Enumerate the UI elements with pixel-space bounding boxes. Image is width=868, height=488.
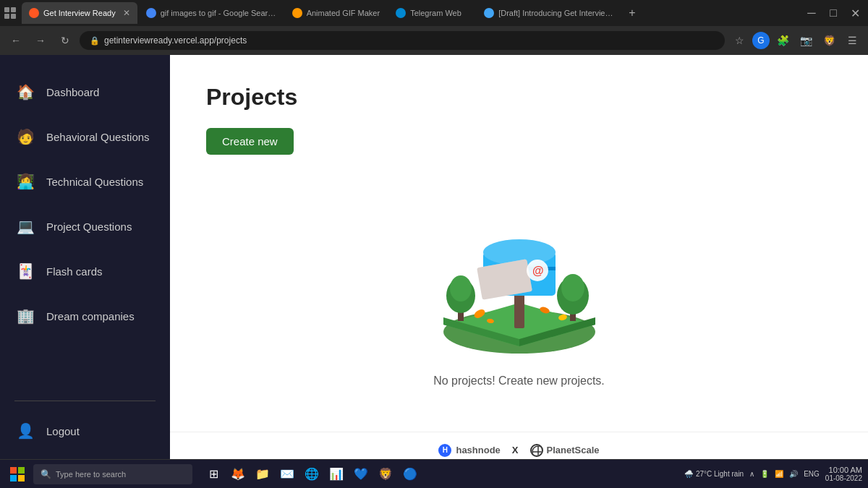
profile-icon[interactable]: G <box>752 32 770 49</box>
sidebar-label-dream: Dream companies <box>46 310 135 322</box>
forward-button[interactable]: → <box>30 30 51 51</box>
planetscale-icon <box>530 444 543 457</box>
main-content: Projects Create new <box>170 55 868 432</box>
taskbar-icon-firefox[interactable]: 🦊 <box>227 463 249 485</box>
tab3-favicon <box>292 8 302 18</box>
search-icon: 🔍 <box>41 469 51 479</box>
taskbar-icon-task-view[interactable]: ⊞ <box>203 463 224 485</box>
sidebar-label-logout: Logout <box>46 425 80 437</box>
page-title: Projects <box>206 84 832 111</box>
search-text: Type here to search <box>56 470 126 479</box>
refresh-button[interactable]: ↻ <box>55 30 75 51</box>
hashnode-text: hashnode <box>456 445 500 455</box>
taskbar-icon-files[interactable]: 📁 <box>252 463 273 485</box>
svg-rect-31 <box>18 467 25 474</box>
tab-bar: Get Interview Ready ✕ gif images to gif … <box>0 0 868 26</box>
sidebar-item-dream[interactable]: 🏢 Dream companies <box>0 294 170 338</box>
sidebar-item-flashcards[interactable]: 🃏 Flash cards <box>0 249 170 294</box>
minimize-button[interactable]: ─ <box>801 3 822 23</box>
weather-icon: 🌧️ <box>684 470 693 478</box>
back-button[interactable]: ← <box>6 30 26 51</box>
battery-icon: 🔋 <box>760 470 769 478</box>
tab-draft[interactable]: [Draft] Introducing Get Interview Rea… <box>477 2 621 24</box>
create-new-button[interactable]: Create new <box>206 128 294 155</box>
svg-point-10 <box>450 275 472 301</box>
windows-start-button[interactable] <box>6 463 29 486</box>
project-icon: 💻 <box>14 215 36 237</box>
tab-animated-gif[interactable]: Animated GIF Maker <box>285 2 387 24</box>
behavioral-icon: 🧑 <box>14 126 36 147</box>
wifi-icon: 📶 <box>775 470 783 478</box>
dream-icon: 🏢 <box>14 305 36 327</box>
address-bar: ← → ↻ 🔒 getinterviewready.vercel.app/pro… <box>0 26 868 55</box>
empty-state-illustration: @ <box>418 198 621 357</box>
sidebar-item-dashboard[interactable]: 🏠 Dashboard <box>0 69 170 114</box>
sidebar-label-behavioral: Behavioral Questions <box>46 131 150 143</box>
weather-display: 🌧️ 27°C Light rain <box>684 470 744 478</box>
svg-rect-3 <box>11 14 16 19</box>
flashcards-icon: 🃏 <box>14 260 36 282</box>
svg-rect-32 <box>10 475 17 481</box>
address-input[interactable]: 🔒 getinterviewready.vercel.app/projects <box>80 31 725 50</box>
taskbar-icon-vscode[interactable]: 💙 <box>350 463 372 485</box>
logout-icon: 👤 <box>14 420 36 442</box>
tab1-close[interactable]: ✕ <box>123 8 130 18</box>
sidebar-item-project[interactable]: 💻 Project Questions <box>0 204 170 249</box>
tab1-title: Get Interview Ready <box>43 9 116 17</box>
sidebar-label-technical: Technical Questions <box>46 176 143 188</box>
tab4-favicon <box>396 8 406 18</box>
taskbar-icon-mail[interactable]: ✉️ <box>276 463 298 485</box>
taskbar-system-tray: 🌧️ 27°C Light rain ∧ 🔋 📶 🔊 ENG 10:00 AM … <box>684 466 862 482</box>
lang-indicator: ENG <box>804 470 820 478</box>
taskbar-icon-chrome[interactable]: 🔵 <box>399 463 421 485</box>
browser-actions: ☆ G 🧩 📷 🦁 ☰ <box>729 30 862 51</box>
sidebar-divider <box>14 401 156 401</box>
date-display: 01-08-2022 <box>825 474 862 482</box>
svg-rect-30 <box>10 467 17 474</box>
tab1-favicon <box>29 8 39 18</box>
tab5-title: [Draft] Introducing Get Interview Rea… <box>498 9 614 17</box>
svg-text:@: @ <box>532 265 544 277</box>
sidebar: 🏠 Dashboard 🧑 Behavioral Questions 👩‍💻 T… <box>0 55 170 468</box>
bookmark-icon[interactable]: ☆ <box>729 30 749 51</box>
tab-telegram[interactable]: Telegram Web <box>388 2 475 24</box>
svg-rect-0 <box>4 7 9 12</box>
taskbar-icon-edge[interactable]: 🌐 <box>301 463 323 485</box>
sidebar-item-behavioral[interactable]: 🧑 Behavioral Questions <box>0 114 170 159</box>
brave-icon[interactable]: 🦁 <box>819 30 839 51</box>
extensions-icon[interactable]: 🧩 <box>773 30 793 51</box>
taskbar-icon-brave[interactable]: 🦁 <box>375 463 396 485</box>
taskbar-clock[interactable]: 10:00 AM 01-08-2022 <box>825 466 862 482</box>
sidebar-item-technical[interactable]: 👩‍💻 Technical Questions <box>0 159 170 204</box>
time-display: 10:00 AM <box>825 466 862 474</box>
tab3-title: Animated GIF Maker <box>307 9 380 17</box>
weather-text: 27°C Light rain <box>696 470 744 478</box>
close-button[interactable]: ✕ <box>845 3 865 23</box>
svg-rect-33 <box>18 475 25 481</box>
dashboard-icon: 🏠 <box>14 81 36 103</box>
tab2-favicon <box>146 8 156 18</box>
maximize-button[interactable]: □ <box>823 3 843 23</box>
tab-google-search[interactable]: gif images to gif - Google Search <box>139 2 284 24</box>
url-text: getinterviewready.vercel.app/projects <box>104 35 247 46</box>
sidebar-nav: 🏠 Dashboard 🧑 Behavioral Questions 👩‍💻 T… <box>0 69 170 393</box>
planetscale-text: PlanetScale <box>547 445 600 455</box>
svg-point-13 <box>561 274 584 301</box>
hashnode-logo: H hashnode <box>438 444 500 457</box>
taskbar-chevron[interactable]: ∧ <box>749 470 754 478</box>
technical-icon: 👩‍💻 <box>14 171 36 192</box>
taskbar-icon-office[interactable]: 📊 <box>326 463 347 485</box>
planetscale-logo: PlanetScale <box>530 444 600 457</box>
hashnode-icon: H <box>438 444 451 457</box>
new-tab-button[interactable]: + <box>623 7 641 20</box>
browser-chrome: Get Interview Ready ✕ gif images to gif … <box>0 0 868 55</box>
tab-get-interview-ready[interactable]: Get Interview Ready ✕ <box>22 2 137 24</box>
sidebar-label-project: Project Questions <box>46 221 132 233</box>
menu-icon[interactable]: ☰ <box>842 30 862 51</box>
svg-rect-1 <box>11 7 16 12</box>
screenshot-icon[interactable]: 📷 <box>796 30 816 51</box>
sidebar-item-logout[interactable]: 👤 Logout <box>0 408 170 453</box>
taskbar-search[interactable]: 🔍 Type here to search <box>33 464 192 484</box>
tab4-title: Telegram Web <box>410 9 468 17</box>
app-container: 🏠 Dashboard 🧑 Behavioral Questions 👩‍💻 T… <box>0 55 868 468</box>
